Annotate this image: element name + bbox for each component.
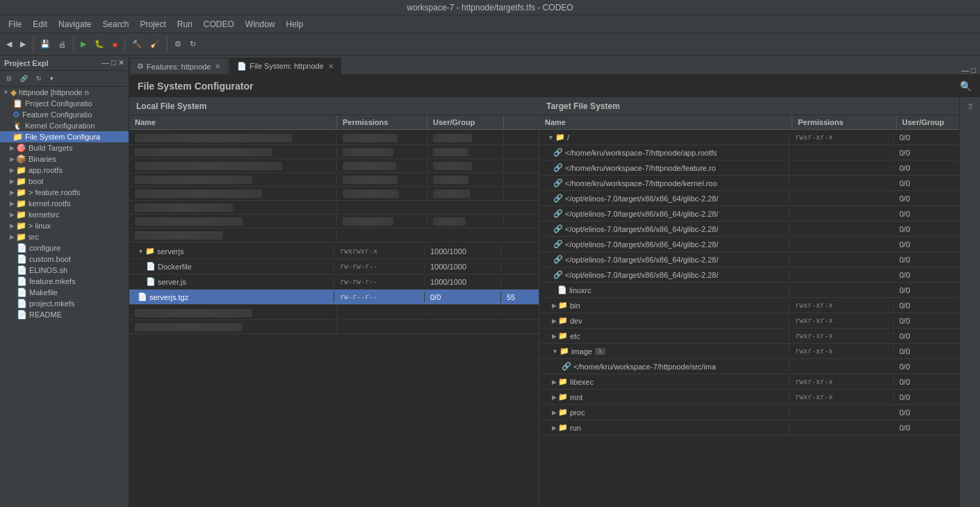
sidebar-item-httpnode[interactable]: ▼ ◆ httpnode [httpnode n [0, 87, 129, 98]
sidebar-link[interactable]: 🔗 [17, 73, 31, 84]
sidebar-item-kernelsrc[interactable]: ▶ 📁 kernelsrc [0, 209, 129, 220]
target-row-proc[interactable]: ▶ 📁 proc 0/0 [539, 405, 959, 420]
toolbar-settings[interactable]: ⚙ [171, 38, 185, 51]
target-row-glibc4[interactable]: 🔗 </opt/elinos-7.0/target/x86/x86_64/gli… [539, 237, 959, 252]
serverjs-tgz-icon: 📄 [138, 292, 147, 301]
target-row-mnt[interactable]: ▶ 📁 mnt rwxr-xr-x 0/0 [539, 390, 959, 405]
local-row-serverjs-tgz[interactable]: 📄 serverjs.tgz rw-r--r-- 0/0 55 [129, 290, 539, 305]
target-row-root[interactable]: ▼ 📁 / rwxr-xr-x 0/0 [539, 130, 959, 145]
menu-search[interactable]: Search [97, 18, 134, 31]
toolbar-stop[interactable]: ■ [109, 38, 121, 51]
sidebar-item-project-config[interactable]: 📋 Project Configuratio [0, 98, 129, 109]
sidebar-item-boot[interactable]: ▶ 📁 boot [0, 176, 129, 187]
target-row-app-rootfs[interactable]: 🔗 </home/kru/workspace-7/httpnode/app.ro… [539, 145, 959, 160]
etc-perms: rwxr-xr-x [790, 331, 894, 341]
target-row-glibc3[interactable]: 🔗 </opt/elinos-7.0/target/x86/x86_64/gli… [539, 222, 959, 237]
sidebar-item-feature-config[interactable]: ⚙ Feature Configuratio [0, 109, 129, 120]
menu-edit[interactable]: Edit [27, 18, 53, 31]
local-table-header: Name Permissions User/Group [129, 115, 539, 130]
sidebar-item-app-rootfs[interactable]: ▶ 📁 app.rootfs [0, 165, 129, 176]
sidebar-item-makefile[interactable]: 📄 Makefile [0, 287, 129, 298]
toolbar-clean[interactable]: 🧹 [147, 38, 163, 51]
tab-minimize-btn[interactable]: — [961, 66, 969, 74]
sidebar-item-build-targets[interactable]: ▶ 🎯 Build Targets [0, 142, 129, 153]
app-rootfs-link-name: </home/kru/workspace-7/httpnode/app.root… [565, 149, 717, 157]
target-row-glibc5[interactable]: 🔗 </opt/elinos-7.0/target/x86/x86_64/gli… [539, 252, 959, 267]
sidebar-item-readme[interactable]: 📄 README [0, 309, 129, 320]
target-row-feature-ro[interactable]: 🔗 </home/kru/workspace-7/httpnode/featur… [539, 160, 959, 176]
sidebar-close-btn[interactable]: ✕ [118, 58, 124, 67]
sidebar-item-feature-rootfs[interactable]: ▶ 📁 > feature.rootfs [0, 187, 129, 198]
menu-run[interactable]: Run [172, 18, 198, 31]
target-row-dev[interactable]: ▶ 📁 dev rwxr-xr-x 0/0 [539, 313, 959, 329]
target-row-linuxrc[interactable]: 📄 linuxrc 0/0 [539, 283, 959, 298]
sidebar-menu[interactable]: ▾ [47, 73, 57, 84]
proj-mkefs-label: project.mkefs [29, 299, 74, 308]
target-row-libexec[interactable]: ▶ 📁 libexec rwxr-xr-x 0/0 [539, 374, 959, 390]
target-row-glibc6[interactable]: 🔗 </opt/elinos-7.0/target/x86/x86_64/gli… [539, 267, 959, 283]
sidebar-item-configure[interactable]: 📄 configure [0, 242, 129, 254]
menu-project[interactable]: Project [134, 18, 171, 31]
target-table-header: Name Permissions User/Group [539, 115, 959, 130]
sidebar-item-linux[interactable]: ▶ 📁 > linux [0, 220, 129, 231]
toolbar-forward[interactable]: ▶ [17, 38, 29, 51]
sidebar-item-kernel-rootfs[interactable]: ▶ 📁 kernel.rootfs [0, 198, 129, 209]
sidebar-item-project-mkefs[interactable]: 📄 project.mkefs [0, 298, 129, 309]
sidebar-item-src[interactable]: ▶ 📁 src [0, 231, 129, 242]
serverjs-perms: rwxrwxr-x [334, 246, 425, 256]
toolbar-back[interactable]: ◀ [3, 38, 15, 51]
menu-file[interactable]: File [3, 18, 27, 31]
local-row-dockerfile[interactable]: 📄 Dockerfile rw-rw-r-- 1000/1000 [129, 259, 539, 274]
target-row-bin[interactable]: ▶ 📁 bin rwxr-xr-x 0/0 [539, 298, 959, 313]
target-row-run[interactable]: ▶ 📁 run 0/0 [539, 420, 959, 435]
libexec-ug: 0/0 [894, 376, 956, 388]
sidebar-item-filesystem[interactable]: 📁 File System Configura [0, 131, 129, 142]
expand-serverjs[interactable]: ▼ [138, 248, 144, 255]
tab-maximize-btn[interactable]: □ [971, 66, 976, 74]
expand-build[interactable]: ▶ [10, 144, 15, 151]
target-row-image-link[interactable]: 🔗 </home/kru/workspace-7/httpnode/src/im… [539, 359, 959, 374]
target-row-glibc1[interactable]: 🔗 </opt/elinos-7.0/target/x86/x86_64/gli… [539, 191, 959, 206]
tab-filesystem[interactable]: 📄 File System: httpnode ✕ [229, 58, 341, 74]
toolbar-save[interactable]: 💾 [37, 38, 54, 51]
toolbar-print[interactable]: 🖨 [55, 38, 70, 51]
toolbar-build[interactable]: 🔨 [129, 38, 145, 51]
tab-filesystem-icon: 📄 [237, 62, 247, 71]
feature-ro-ug: 0/0 [894, 163, 956, 174]
sidebar-item-custom-boot[interactable]: 📄 custom.boot [0, 254, 129, 265]
local-blur-row7 [129, 215, 539, 228]
dev-folder-icon: 📁 [558, 316, 568, 325]
menu-help[interactable]: Help [281, 18, 309, 31]
menu-codeo[interactable]: CODEO [198, 18, 240, 31]
toolbar-refresh[interactable]: ↻ [186, 38, 199, 51]
sidebar-item-feature-mkefs[interactable]: 📄 feature.mkefs [0, 276, 129, 287]
sidebar-item-elinos[interactable]: 📄 ELINOS.sh [0, 265, 129, 276]
tab-features[interactable]: ⚙ Features: httpnode ✕ [129, 58, 228, 74]
sidebar-item-kernel-config[interactable]: 🐧 Kernel Configuration [0, 120, 129, 131]
target-row-glibc2[interactable]: 🔗 </opt/elinos-7.0/target/x86/x86_64/gli… [539, 206, 959, 222]
tab-filesystem-close[interactable]: ✕ [328, 63, 334, 70]
expand-httpnode[interactable]: ▼ [3, 89, 9, 96]
toolbar-debug[interactable]: 🐛 [91, 38, 108, 51]
local-row-serverjs-js[interactable]: 📄 server.js rw-rw-r-- 1000/1000 [129, 274, 539, 290]
menu-window[interactable]: Window [240, 18, 281, 31]
dockerfile-extra [501, 265, 536, 268]
target-row-image[interactable]: ▼ 📁 image 🖱 rwxr-xr-x 0/0 [539, 344, 959, 359]
tab-features-close[interactable]: ✕ [215, 63, 220, 70]
local-blurred-rows-bottom [129, 305, 539, 335]
sidebar-minimize-btn[interactable]: — [101, 58, 109, 67]
fsc-search-icon[interactable]: 🔍 [960, 81, 972, 92]
boot-icon: 📁 [16, 176, 26, 186]
sidebar-item-binaries[interactable]: ▶ 📦 Binaries [0, 153, 129, 165]
sidebar-maximize-btn[interactable]: □ [111, 58, 116, 67]
run-perms [790, 426, 894, 429]
expand-binaries[interactable]: ▶ [10, 156, 15, 163]
target-row-etc[interactable]: ▶ 📁 etc rwxr-xr-x 0/0 [539, 329, 959, 344]
sidebar-collapse-all[interactable]: ⊟ [3, 73, 15, 84]
binaries-icon: 📦 [16, 154, 26, 164]
local-row-serverjs[interactable]: ▼ 📁 serverjs rwxrwxr-x 1000/1000 [129, 244, 539, 259]
target-row-kernel-roo[interactable]: 🔗 </home/kru/workspace-7/httpnode/kernel… [539, 176, 959, 191]
menu-navigate[interactable]: Navigate [53, 18, 97, 31]
toolbar-run[interactable]: ▶ [77, 38, 90, 51]
sidebar-sync[interactable]: ↻ [33, 73, 45, 84]
